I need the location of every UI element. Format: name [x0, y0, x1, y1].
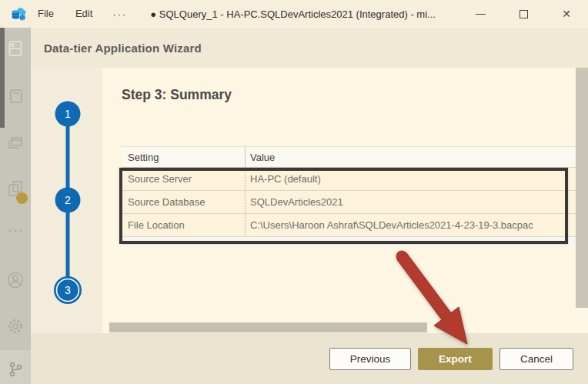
- wizard-header: Data-tier Application Wizard: [31, 28, 588, 68]
- maximize-button[interactable]: [502, 0, 545, 28]
- horizontal-scrollbar[interactable]: [109, 322, 427, 332]
- table-empty-space: [122, 237, 576, 247]
- table-row[interactable]: Source Server HA-PC (default): [122, 168, 576, 191]
- connections-icon[interactable]: [6, 39, 25, 58]
- value-cell: SQLDevArticles2021: [245, 191, 576, 213]
- setting-cell: Source Database: [122, 196, 245, 208]
- source-control-branch-icon[interactable]: [6, 360, 25, 379]
- extensions-badge: [16, 192, 28, 204]
- column-header-setting[interactable]: Setting: [122, 152, 245, 163]
- query-history-icon[interactable]: [6, 134, 25, 152]
- wizard-content: Step 3: Summary Setting Value Source Ser…: [102, 68, 576, 333]
- step-title: Step 3: Summary: [122, 87, 232, 103]
- table-row[interactable]: Source Database SQLDevArticles2021: [122, 191, 576, 214]
- menu-edit[interactable]: Edit: [65, 0, 103, 28]
- activity-bar: [0, 28, 31, 384]
- close-icon: ✕: [562, 8, 571, 19]
- step-1-number: 1: [65, 108, 71, 120]
- value-cell: HA-PC (default): [245, 168, 576, 190]
- maximize-icon: [520, 10, 528, 18]
- step-2-number: 2: [65, 194, 71, 206]
- titlebar: File Edit ··· ● SQLQuery_1 - HA-PC.SQLDe…: [0, 0, 588, 28]
- export-button[interactable]: Export: [418, 348, 493, 370]
- summary-table: Setting Value Source Server HA-PC (defau…: [122, 146, 576, 247]
- table-header-row: Setting Value: [122, 146, 576, 168]
- close-button[interactable]: ✕: [545, 0, 588, 28]
- more-actions-icon[interactable]: [6, 222, 25, 240]
- value-cell: C:\Users\Haroon Ashraf\SQLDevArticles202…: [245, 214, 576, 236]
- minimize-icon: [476, 14, 486, 15]
- step-3-number: 3: [65, 284, 71, 296]
- table-row[interactable]: File Location C:\Users\Haroon Ashraf\SQL…: [122, 214, 576, 237]
- cancel-button[interactable]: Cancel: [499, 348, 573, 370]
- editor-edge-strip: [0, 28, 5, 128]
- settings-gear-icon[interactable]: [6, 317, 25, 336]
- minimize-button[interactable]: [459, 0, 502, 28]
- window-title: ● SQLQuery_1 - HA-PC.SQLDevArticles2021 …: [150, 8, 436, 20]
- azure-data-studio-icon: [10, 5, 27, 22]
- wizard-stepper-pane: 1 2 3: [31, 68, 102, 333]
- setting-cell: File Location: [122, 219, 245, 231]
- vertical-scrollbar[interactable]: [576, 68, 588, 308]
- menu-more-icon[interactable]: ···: [103, 8, 136, 20]
- column-header-value[interactable]: Value: [245, 147, 576, 167]
- previous-button[interactable]: Previous: [329, 348, 411, 370]
- menu-file[interactable]: File: [27, 0, 65, 28]
- wizard-title: Data-tier Application Wizard: [44, 42, 202, 55]
- wizard-footer: Previous Export Cancel: [31, 333, 588, 384]
- extensions-icon[interactable]: [6, 179, 25, 201]
- notebooks-icon[interactable]: [6, 87, 25, 105]
- window-controls: ✕: [459, 0, 588, 28]
- setting-cell: Source Server: [122, 173, 245, 185]
- account-icon[interactable]: [6, 271, 25, 289]
